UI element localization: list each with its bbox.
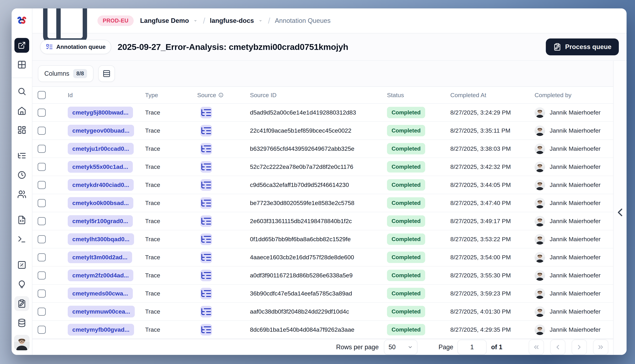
completed-at: 8/27/2025, 3:24:29 PM bbox=[449, 109, 531, 116]
row-checkbox[interactable] bbox=[38, 108, 46, 117]
table-row: cmetyl5r100grad0...Trace2e603f31361115db… bbox=[32, 212, 613, 230]
sidebar-item-list-tree[interactable] bbox=[15, 148, 29, 163]
item-id-badge[interactable]: cmetyl5r100grad0... bbox=[68, 215, 133, 227]
row-checkbox[interactable] bbox=[38, 217, 46, 225]
item-id-badge[interactable]: cmetyko0k00bsad... bbox=[68, 197, 133, 209]
completed-at: 8/27/2025, 4:29:35 PM bbox=[449, 326, 531, 333]
status-badge: Completed bbox=[387, 288, 425, 299]
environment-badge: PROD-EU bbox=[97, 16, 134, 26]
sidebar-item-search[interactable] bbox=[15, 84, 29, 99]
item-type: Trace bbox=[144, 182, 195, 188]
avatar bbox=[535, 324, 545, 335]
completed-by-name: Jannik Maierhoefer bbox=[550, 109, 600, 116]
first-page-button[interactable] bbox=[529, 340, 544, 355]
item-id-badge[interactable]: cmetymmuw00cea... bbox=[68, 306, 135, 318]
item-id-badge[interactable]: cmetymyfb00gvad... bbox=[68, 324, 134, 336]
breadcrumb-org[interactable]: Langfuse Demo bbox=[140, 17, 197, 24]
source-id: 36b90cdfc47e5da14eefa5785c3a89ad bbox=[248, 290, 385, 297]
item-id-badge[interactable]: cmetygeov00buad... bbox=[68, 125, 134, 136]
table-icon bbox=[17, 60, 26, 69]
sidebar-item-home[interactable] bbox=[15, 103, 29, 118]
sidebar-item-clock[interactable] bbox=[15, 168, 29, 182]
source-trace-icon[interactable] bbox=[200, 161, 212, 173]
page-number-input[interactable] bbox=[458, 340, 487, 354]
rows-per-page-label: Rows per page bbox=[336, 344, 379, 351]
item-id-badge[interactable]: cmetymeds00cwa... bbox=[68, 288, 133, 299]
next-page-button[interactable] bbox=[572, 340, 587, 355]
table-row: cmetyju1r00ccad0...Traceb63297665cfd4439… bbox=[32, 140, 613, 158]
breadcrumb-separator: / bbox=[203, 16, 205, 26]
row-checkbox[interactable] bbox=[38, 290, 46, 298]
source-trace-icon[interactable] bbox=[200, 270, 212, 281]
row-checkbox[interactable] bbox=[38, 127, 46, 135]
sidebar-item-external-link[interactable] bbox=[15, 38, 29, 53]
process-queue-button[interactable]: Process queue bbox=[546, 38, 619, 55]
source-id: 52c72c2222ea78e0b7a72d8f2e0c1176 bbox=[248, 164, 385, 170]
row-checkbox[interactable] bbox=[38, 145, 46, 153]
row-checkbox[interactable] bbox=[38, 181, 46, 189]
source-trace-icon[interactable] bbox=[200, 234, 212, 245]
row-height-button[interactable] bbox=[98, 65, 115, 82]
sidebar-item-dashboard[interactable] bbox=[15, 122, 29, 138]
source-trace-icon[interactable] bbox=[200, 179, 212, 191]
source-trace-icon[interactable] bbox=[200, 252, 212, 263]
data-table: Id Type Source Source ID Status Complete… bbox=[32, 86, 613, 355]
langfuse-logo[interactable] bbox=[16, 14, 28, 26]
columns-count-badge: 8/8 bbox=[73, 69, 87, 78]
main-area: PROD-EU Langfuse Demo / langfuse-docs / … bbox=[32, 8, 626, 355]
sidebar-item-terminal[interactable] bbox=[15, 232, 29, 247]
item-id-badge[interactable]: cmetym2fz00d4ad... bbox=[68, 270, 133, 281]
breadcrumb-project[interactable]: langfuse-docs bbox=[210, 17, 262, 24]
row-checkbox[interactable] bbox=[38, 272, 46, 280]
item-id-badge[interactable]: cmetykdr400ciad0... bbox=[68, 179, 134, 191]
column-header-completed-by: Completed by bbox=[531, 92, 613, 98]
row-checkbox[interactable] bbox=[38, 199, 46, 207]
item-id-badge[interactable]: cmetyju1r00ccad0... bbox=[68, 143, 134, 154]
source-trace-icon[interactable] bbox=[200, 288, 212, 299]
app-window: PROD-EU Langfuse Demo / langfuse-docs / … bbox=[12, 8, 626, 355]
item-type: Trace bbox=[144, 145, 195, 152]
item-id-badge[interactable]: cmetyg5j800bwad... bbox=[68, 107, 133, 118]
column-header-source-id: Source ID bbox=[248, 92, 385, 98]
sidebar-item-table[interactable] bbox=[15, 57, 29, 72]
row-checkbox[interactable] bbox=[38, 163, 46, 171]
column-header-status: Status bbox=[385, 92, 449, 98]
table-row: cmetymyfb00gvad...Trace8dc69b1ba1e540b4d… bbox=[32, 321, 613, 339]
sidebar-item-lightbulb[interactable] bbox=[15, 277, 29, 292]
avatar bbox=[535, 198, 545, 208]
table-row: cmetygeov00buad...Trace22c41f09acae5b1ef… bbox=[32, 122, 613, 140]
sidebar-item-percent[interactable] bbox=[15, 258, 29, 272]
rows-per-page-select[interactable]: 50 bbox=[384, 340, 417, 354]
expand-panel-chevron-left-icon[interactable] bbox=[613, 70, 626, 355]
last-page-button[interactable] bbox=[593, 340, 608, 355]
breadcrumb-page[interactable]: Annotation Queues bbox=[275, 17, 331, 24]
sidebar-item-database[interactable] bbox=[15, 316, 29, 330]
sidebar-item-file-code[interactable] bbox=[15, 212, 29, 227]
completed-by-name: Jannik Maierhoefer bbox=[550, 308, 600, 315]
source-trace-icon[interactable] bbox=[200, 324, 212, 336]
source-trace-icon[interactable] bbox=[200, 107, 212, 118]
prev-page-button[interactable] bbox=[550, 340, 565, 355]
breadcrumb-separator: / bbox=[268, 16, 270, 26]
item-id-badge[interactable]: cmetylht300bqad0... bbox=[68, 233, 134, 245]
source-trace-icon[interactable] bbox=[200, 143, 212, 154]
item-id-badge[interactable]: cmetylt3m00d2ad... bbox=[68, 252, 132, 263]
row-checkbox[interactable] bbox=[38, 326, 46, 334]
source-trace-icon[interactable] bbox=[200, 306, 212, 318]
source-trace-icon[interactable] bbox=[200, 125, 212, 136]
row-checkbox[interactable] bbox=[38, 308, 46, 316]
content-row: Columns 8/8 Id Type So bbox=[32, 61, 626, 355]
sidebar-item-users[interactable] bbox=[15, 187, 29, 202]
source-trace-icon[interactable] bbox=[200, 216, 212, 227]
row-checkbox[interactable] bbox=[38, 253, 46, 262]
item-id-badge[interactable]: cmetyk55x00c1ad... bbox=[68, 161, 133, 173]
source-trace-icon[interactable] bbox=[200, 197, 212, 209]
avatar bbox=[535, 107, 545, 118]
source-id: a0df3f901167218d86b5286e6338a5e9 bbox=[248, 272, 385, 279]
column-header-source: Source bbox=[195, 92, 248, 98]
sidebar-item-clipboard-pen[interactable] bbox=[15, 296, 29, 311]
user-avatar[interactable] bbox=[14, 335, 30, 350]
select-all-checkbox[interactable] bbox=[38, 91, 46, 99]
columns-button[interactable]: Columns 8/8 bbox=[38, 65, 93, 82]
row-checkbox[interactable] bbox=[38, 235, 46, 243]
